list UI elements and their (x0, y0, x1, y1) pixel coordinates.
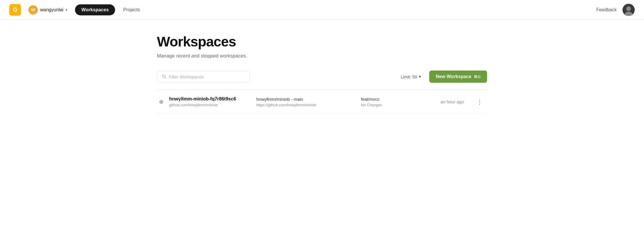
user-avatar-small: W (28, 5, 38, 15)
workspace-time: an hour ago (419, 99, 468, 104)
limit-dropdown[interactable]: Limit: 50 ▾ (397, 72, 425, 82)
filter-workspaces-input[interactable] (169, 74, 245, 79)
workspace-branch-info: feat/mvcc No Changes (361, 97, 413, 107)
toolbar-right: Limit: 50 ▾ New Workspace ⌘O (397, 71, 487, 83)
svg-point-1 (626, 6, 631, 11)
navbar-left: G W wangyunlai ▾ Workspaces Projects (9, 3, 596, 16)
chevron-down-icon: ▾ (66, 8, 67, 12)
new-workspace-button[interactable]: New Workspace ⌘O (429, 71, 487, 83)
user-menu[interactable]: W wangyunlai ▾ (26, 3, 70, 16)
workspace-info: hnwyllmm-miniob-fq7r86t9sc6 github.com/h… (169, 96, 251, 107)
projects-nav-link[interactable]: Projects (120, 5, 144, 15)
new-workspace-shortcut: ⌘O (474, 75, 481, 79)
repo-url-label: https://github.com/hnwyllmm/miniob (256, 103, 355, 107)
workspace-actions: ⋮ (474, 98, 485, 106)
page-title: Workspaces (157, 34, 487, 50)
feedback-link[interactable]: Feedback (596, 7, 617, 12)
branch-status: No Changes (361, 103, 413, 107)
user-avatar[interactable] (622, 4, 635, 16)
workspace-repo-detail: hnwyllmm/miniob - main https://github.co… (256, 97, 355, 107)
main-content: Workspaces Manage recent and stopped wor… (148, 20, 496, 123)
workspace-repo-short: github.com/hnwyllmm/miniob (169, 103, 251, 107)
limit-label: Limit: 50 (401, 74, 417, 79)
workspaces-nav-button[interactable]: Workspaces (75, 4, 115, 15)
svg-line-4 (165, 78, 166, 79)
workspace-name: hnwyllmm-miniob-fq7r86t9sc6 (169, 96, 251, 102)
user-name-label: wangyunlai (40, 7, 63, 12)
workspace-list: hnwyllmm-miniob-fq7r86t9sc6 github.com/h… (157, 90, 487, 114)
chevron-down-icon: ▾ (419, 74, 421, 79)
new-workspace-label: New Workspace (436, 74, 471, 79)
search-icon (162, 74, 167, 79)
gitpod-logo[interactable]: G (9, 4, 21, 16)
table-row[interactable]: hnwyllmm-miniob-fq7r86t9sc6 github.com/h… (157, 90, 487, 114)
repo-branch-label: hnwyllmm/miniob - main (256, 97, 355, 102)
page-subtitle: Manage recent and stopped workspaces. (157, 53, 487, 59)
filter-input-wrapper[interactable] (157, 71, 250, 82)
navbar: G W wangyunlai ▾ Workspaces Projects Fee… (0, 0, 644, 20)
branch-name: feat/mvcc (361, 97, 413, 102)
navbar-right: Feedback (596, 4, 635, 16)
workspace-status-dot (159, 100, 163, 104)
toolbar: Limit: 50 ▾ New Workspace ⌘O (157, 71, 487, 83)
workspace-more-menu-button[interactable]: ⋮ (474, 98, 485, 106)
